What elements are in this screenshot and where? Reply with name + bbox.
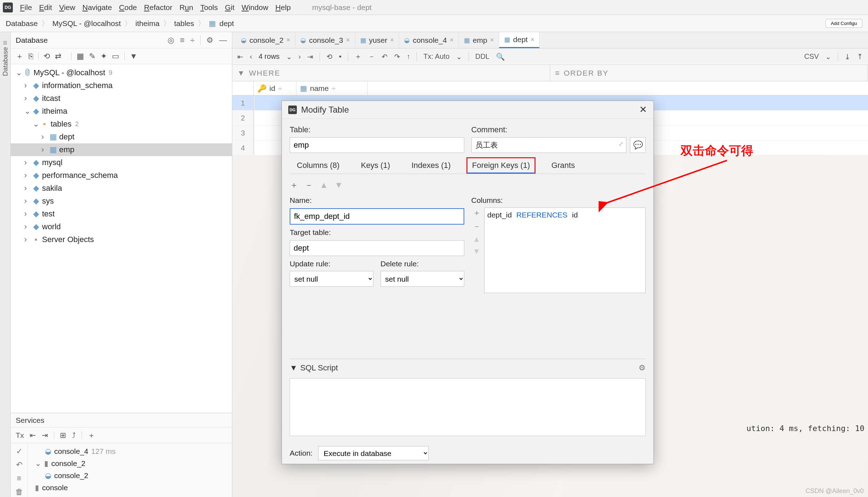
- comment-input[interactable]: 员工表⤢: [471, 137, 627, 153]
- services-export-icon[interactable]: ⤴: [72, 431, 76, 440]
- fk-remove-icon[interactable]: －: [305, 179, 313, 191]
- services-undo-icon[interactable]: ↶: [16, 460, 22, 470]
- tree-sys[interactable]: sys: [42, 196, 54, 206]
- menu-file[interactable]: File: [20, 3, 32, 12]
- tx-label[interactable]: Tx: Auto: [423, 52, 449, 61]
- tree-emp[interactable]: emp: [59, 145, 74, 154]
- col-name[interactable]: name: [310, 84, 329, 93]
- tree-itcast[interactable]: itcast: [42, 94, 60, 103]
- tree-itheima[interactable]: itheima: [42, 107, 67, 116]
- crumb-dept[interactable]: dept: [219, 19, 234, 28]
- row-gutter[interactable]: 2: [232, 111, 254, 125]
- crumb-tables[interactable]: tables: [174, 19, 194, 28]
- close-icon[interactable]: ×: [450, 36, 454, 44]
- tree-server-objects[interactable]: Server Objects: [42, 235, 94, 244]
- comment-chat-button[interactable]: 💬: [630, 137, 646, 153]
- tab-foreign-keys[interactable]: Foreign Keys (1): [466, 157, 536, 174]
- tab-console4[interactable]: ◒console_4×: [399, 32, 459, 48]
- tree-dept[interactable]: dept: [59, 132, 74, 142]
- services-console2-db[interactable]: console_2: [51, 459, 86, 468]
- col-down-icon[interactable]: ▼: [473, 247, 481, 256]
- row-gutter[interactable]: 1: [232, 96, 254, 110]
- fk-up-icon[interactable]: ▲: [320, 180, 328, 190]
- tree-root[interactable]: MySQL - @localhost: [33, 68, 105, 77]
- tree-world[interactable]: world: [42, 222, 61, 231]
- menu-view[interactable]: View: [59, 3, 75, 12]
- tree-tables[interactable]: tables: [51, 119, 72, 129]
- copy-icon[interactable]: ⎘: [29, 52, 33, 61]
- funnel-icon[interactable]: ▼: [237, 69, 246, 77]
- row-gutter[interactable]: 3: [232, 125, 254, 140]
- close-icon[interactable]: ×: [390, 36, 394, 44]
- filter-icon[interactable]: ▼: [130, 52, 138, 61]
- services-console2[interactable]: console_2: [54, 471, 88, 480]
- upload-icon[interactable]: ⤒: [857, 52, 863, 61]
- sync-icon[interactable]: ⇄: [55, 52, 61, 61]
- menu-window[interactable]: Window: [242, 3, 268, 12]
- close-icon[interactable]: ×: [286, 36, 290, 44]
- fk-columns-box[interactable]: dept_id REFERENCES id: [484, 207, 646, 293]
- tab-console2[interactable]: ◒console_2×: [236, 32, 295, 48]
- crumb-connection[interactable]: MySQL - @localhost: [52, 19, 121, 28]
- close-icon[interactable]: ✕: [639, 104, 647, 115]
- settings-icon[interactable]: ⚙: [206, 36, 213, 45]
- add-row-icon[interactable]: ＋: [355, 52, 362, 61]
- table-icon[interactable]: ▦: [77, 52, 84, 61]
- services-outdent-icon[interactable]: ⇥: [42, 431, 48, 440]
- database-tree[interactable]: ⌄🛢MySQL - @localhost9 ›◆information_sche…: [11, 64, 232, 413]
- tab-console3[interactable]: ◒console_3×: [295, 32, 355, 48]
- sort-icon[interactable]: ≡: [555, 69, 560, 77]
- services-stack-icon[interactable]: ≡: [17, 474, 21, 483]
- services-console[interactable]: console: [42, 483, 68, 492]
- edit2-icon[interactable]: ✎: [89, 52, 95, 61]
- services-check-icon[interactable]: ✓: [16, 447, 22, 456]
- refresh-icon[interactable]: ⟲: [43, 52, 50, 61]
- expand-icon[interactable]: ≡: [180, 36, 185, 45]
- ddl-button[interactable]: DDL: [475, 52, 490, 61]
- menu-help[interactable]: Help: [275, 3, 291, 12]
- menu-refactor[interactable]: Refactor: [144, 3, 172, 12]
- search-icon[interactable]: 🔍: [496, 52, 505, 61]
- services-grid-icon[interactable]: ⊞: [60, 431, 66, 440]
- col-remove-icon[interactable]: －: [473, 221, 481, 232]
- crumb-database[interactable]: Database: [6, 19, 38, 28]
- col-add-icon[interactable]: ＋: [473, 207, 481, 218]
- services-add-icon[interactable]: ＋: [88, 430, 95, 440]
- tree-performance-schema[interactable]: performance_schema: [42, 171, 118, 180]
- menu-edit[interactable]: Edit: [39, 3, 52, 12]
- submit-icon[interactable]: ↑: [407, 52, 410, 61]
- first-page-icon[interactable]: ⇤: [237, 52, 243, 61]
- table-input[interactable]: [290, 137, 464, 153]
- prev-page-icon[interactable]: ‹: [250, 52, 252, 61]
- orderby-label[interactable]: ORDER BY: [564, 69, 609, 77]
- stop-grid-icon[interactable]: ▪: [339, 52, 341, 61]
- delete-rule-select[interactable]: set null: [381, 271, 464, 287]
- csv-button[interactable]: CSV: [804, 52, 819, 61]
- gear-icon[interactable]: ⚙: [639, 363, 646, 373]
- close-icon[interactable]: ×: [346, 36, 350, 44]
- menu-navigate[interactable]: Navigate: [82, 3, 112, 12]
- col-up-icon[interactable]: ▲: [473, 235, 481, 244]
- tree-sakila[interactable]: sakila: [42, 184, 62, 193]
- wand-icon[interactable]: ✦: [100, 52, 107, 61]
- last-page-icon[interactable]: ⇥: [307, 52, 313, 61]
- expand-icon[interactable]: ⤢: [619, 140, 623, 147]
- tab-emp[interactable]: ▦emp×: [459, 32, 499, 48]
- download-icon[interactable]: ⤓: [844, 52, 851, 61]
- tab-keys[interactable]: Keys (1): [355, 157, 396, 174]
- tab-dept[interactable]: ▦dept×: [499, 32, 539, 48]
- tab-grants[interactable]: Grants: [546, 157, 580, 174]
- target-table-input[interactable]: [290, 240, 464, 256]
- close-icon[interactable]: ×: [490, 36, 494, 44]
- tree-test[interactable]: test: [42, 209, 55, 219]
- close-icon[interactable]: ×: [531, 36, 534, 43]
- services-tree[interactable]: ◒console_4127 ms ⌄▮console_2 ◒console_2 …: [28, 443, 232, 497]
- menu-tools[interactable]: Tools: [200, 3, 218, 12]
- reload-icon[interactable]: ⟲: [326, 52, 332, 61]
- hide-icon[interactable]: —: [219, 36, 227, 45]
- target-icon[interactable]: ◎: [167, 36, 174, 45]
- add-icon[interactable]: ＋: [16, 51, 24, 62]
- revert-icon[interactable]: ↶: [382, 52, 388, 61]
- menu-run[interactable]: Run: [180, 3, 193, 12]
- menu-git[interactable]: Git: [225, 3, 234, 12]
